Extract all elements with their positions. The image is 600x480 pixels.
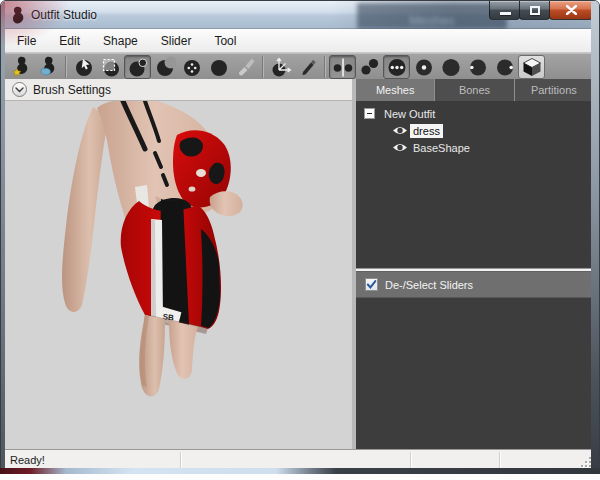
tree-root-label: New Outfit [381, 107, 438, 121]
menu-bar: File Edit Shape Slider Tool [5, 29, 593, 53]
two-circles-icon [359, 56, 381, 78]
tab-bones[interactable]: Bones [435, 79, 514, 101]
mask-brush-button[interactable] [97, 55, 124, 79]
connected-only-toggle-button[interactable] [356, 55, 383, 79]
body-load-icon [38, 56, 60, 78]
wireframe-toggle-button[interactable] [518, 55, 545, 79]
body-star-icon [11, 56, 33, 78]
outliner-panel: Meshes Bones Partitions New Outfit [356, 79, 593, 449]
circle-right-dot-icon [494, 56, 516, 78]
load-project-button[interactable] [35, 55, 62, 79]
circle-center-dot-icon [413, 56, 435, 78]
status-divider [410, 452, 411, 468]
circle-dashed-square-icon [100, 56, 122, 78]
tree-item-label[interactable]: dress [410, 124, 443, 138]
app-logo-icon [9, 6, 26, 24]
sliders-header-label: De-/Select Sliders [385, 279, 473, 291]
screen: Meshes Outfit Studio File Edit Shape Sl [0, 0, 600, 480]
menu-shape[interactable]: Shape [93, 31, 148, 51]
outfit-studio-window: Meshes Outfit Studio File Edit Shape Sl [0, 0, 600, 474]
tree-item-dress[interactable]: dress [392, 123, 443, 138]
circle-large-icon [440, 56, 462, 78]
minimize-icon [500, 12, 511, 15]
sliders-header: De-/Select Sliders [356, 272, 593, 298]
sliders-list [356, 298, 593, 449]
eye-icon[interactable] [392, 125, 408, 136]
window-frame-left [1, 1, 5, 474]
window-frame-right [591, 1, 599, 474]
maximize-icon [530, 6, 540, 15]
tree-item-label[interactable]: BaseShape [410, 141, 473, 155]
status-divider [499, 452, 500, 468]
toolbar-separator [262, 56, 264, 78]
menu-file[interactable]: File [7, 31, 46, 51]
falloff-left-button[interactable] [464, 55, 491, 79]
deflate-brush-button[interactable] [151, 55, 178, 79]
viewport-3d-canvas[interactable]: SB [5, 101, 352, 449]
circle-solid-icon [208, 56, 230, 78]
mirrored-dots-icon [332, 56, 354, 78]
main-area: Brush Settings [5, 79, 593, 449]
inflate-brush-button[interactable] [124, 55, 151, 79]
three-dots-circle-icon [386, 56, 408, 78]
x-mirror-toggle-button[interactable] [329, 55, 356, 79]
tab-meshes[interactable]: Meshes [356, 79, 435, 101]
weight-brush-button[interactable] [232, 55, 259, 79]
smooth-brush-button[interactable] [205, 55, 232, 79]
checkmark-icon [366, 279, 377, 290]
toolbar-separator [65, 56, 67, 78]
mesh-tree: New Outfit dress Bas [356, 101, 593, 267]
close-button[interactable] [549, 1, 593, 20]
maximize-button[interactable] [519, 1, 550, 20]
eye-icon[interactable] [392, 142, 408, 153]
toolbar-separator [324, 56, 326, 78]
paintbrush-icon [235, 56, 257, 78]
status-text: Ready! [10, 454, 45, 466]
window-frame-bottom [0, 468, 600, 474]
brush-settings-label: Brush Settings [33, 83, 111, 97]
transform-tool-button[interactable] [267, 55, 294, 79]
new-project-button[interactable] [8, 55, 35, 79]
falloff-right-button[interactable] [491, 55, 518, 79]
minimize-button[interactable] [489, 1, 520, 20]
deselect-sliders-checkbox[interactable] [365, 278, 378, 291]
viewport-panel: Brush Settings [5, 79, 352, 449]
pen-icon [297, 56, 319, 78]
status-divider [180, 452, 181, 468]
tab-partitions[interactable]: Partitions [515, 79, 593, 101]
select-tool-button[interactable] [70, 55, 97, 79]
window-title: Outfit Studio [31, 8, 97, 22]
ghost-text: Meshes [409, 12, 455, 29]
falloff-full-button[interactable] [437, 55, 464, 79]
global-brush-toggle-button[interactable] [383, 55, 410, 79]
circle-crescent-icon [154, 56, 176, 78]
vertex-edit-button[interactable] [294, 55, 321, 79]
circle-axes-icon [270, 56, 292, 78]
chevron-down-icon [15, 87, 24, 93]
circle-cursor-icon [73, 56, 95, 78]
collapse-minus-icon[interactable] [364, 108, 375, 119]
cube-icon [521, 56, 543, 78]
menu-edit[interactable]: Edit [49, 31, 90, 51]
tree-item-baseshape[interactable]: BaseShape [392, 140, 473, 155]
title-bar[interactable]: Meshes Outfit Studio [1, 1, 600, 29]
falloff-center-button[interactable] [410, 55, 437, 79]
menu-slider[interactable]: Slider [151, 31, 202, 51]
circle-dots-icon [181, 56, 203, 78]
model-render: SB [5, 101, 352, 449]
brush-settings-header[interactable]: Brush Settings [5, 79, 352, 101]
resize-grip[interactable] [579, 455, 591, 467]
background-window-ghost: Meshes [357, 3, 507, 29]
menu-tool[interactable]: Tool [204, 31, 246, 51]
close-icon [566, 5, 577, 15]
brush-settings-collapse-button[interactable] [12, 82, 27, 97]
status-bar: Ready! [5, 449, 593, 469]
toolbar [5, 53, 593, 79]
tree-root-row[interactable]: New Outfit [364, 106, 438, 121]
outliner-tabs: Meshes Bones Partitions [356, 79, 593, 101]
circle-left-dot-icon [467, 56, 489, 78]
move-brush-button[interactable] [178, 55, 205, 79]
circle-bump-icon [127, 56, 149, 78]
